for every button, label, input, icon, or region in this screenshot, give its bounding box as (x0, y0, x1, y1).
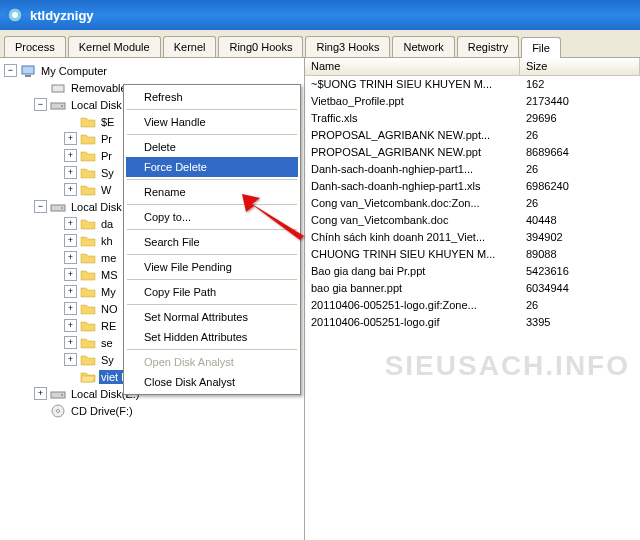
file-row[interactable]: Cong van_Vietcombank.doc40448 (305, 212, 640, 229)
separator (127, 349, 297, 350)
folder-icon (80, 131, 96, 147)
svg-point-10 (61, 394, 63, 396)
file-name: PROPOSAL_AGRIBANK NEW.ppt (305, 144, 520, 161)
tab-ring3-hooks[interactable]: Ring3 Hooks (305, 36, 390, 57)
expander[interactable]: − (4, 64, 17, 77)
tab-network[interactable]: Network (392, 36, 454, 57)
file-size: 26 (520, 127, 640, 144)
svg-point-12 (57, 409, 60, 412)
file-row[interactable]: Vietbao_Profile.ppt2173440 (305, 93, 640, 110)
file-name: 20110406-005251-logo.gif (305, 314, 520, 331)
file-size: 26 (520, 297, 640, 314)
tree-item[interactable]: MS (99, 268, 120, 282)
expander[interactable]: + (64, 217, 77, 230)
ctx-rename[interactable]: Rename (126, 182, 298, 202)
ctx-set-hidden-attributes[interactable]: Set Hidden Attributes (126, 327, 298, 347)
expander[interactable]: + (64, 285, 77, 298)
file-name: Traffic.xls (305, 110, 520, 127)
file-row[interactable]: Danh-sach-doanh-nghiep-part1...26 (305, 161, 640, 178)
expander[interactable]: + (34, 387, 47, 400)
tree-item[interactable]: Sy (99, 353, 116, 367)
file-row[interactable]: Cong van_Vietcombank.doc:Zon...26 (305, 195, 640, 212)
tree-item[interactable]: da (99, 217, 115, 231)
tab-registry[interactable]: Registry (457, 36, 519, 57)
folder-icon (80, 250, 96, 266)
tree-root[interactable]: My Computer (39, 64, 109, 78)
ctx-close-disk-analyst[interactable]: Close Disk Analyst (126, 372, 298, 392)
ctx-delete[interactable]: Delete (126, 137, 298, 157)
svg-point-1 (12, 12, 18, 18)
file-row[interactable]: PROPOSAL_AGRIBANK NEW.ppt8689664 (305, 144, 640, 161)
tree-item[interactable]: $E (99, 115, 116, 129)
column-size[interactable]: Size (520, 58, 640, 75)
expander[interactable]: + (64, 132, 77, 145)
file-name: CHUONG TRINH SIEU KHUYEN M... (305, 246, 520, 263)
ctx-copy-to[interactable]: Copy to... (126, 207, 298, 227)
tree-item[interactable]: Sy (99, 166, 116, 180)
ctx-set-normal-attributes[interactable]: Set Normal Attributes (126, 307, 298, 327)
file-row[interactable]: Chính sách kinh doanh 2011_Viet...394902 (305, 229, 640, 246)
expander[interactable]: + (64, 319, 77, 332)
tab-process[interactable]: Process (4, 36, 66, 57)
ctx-view-handle[interactable]: View Handle (126, 112, 298, 132)
file-row[interactable]: 20110406-005251-logo.gif:Zone...26 (305, 297, 640, 314)
tree-item[interactable]: se (99, 336, 115, 350)
file-size: 3395 (520, 314, 640, 331)
ctx-copy-file-path[interactable]: Copy File Path (126, 282, 298, 302)
ctx-refresh[interactable]: Refresh (126, 87, 298, 107)
ctx-view-file-pending[interactable]: View File Pending (126, 257, 298, 277)
tab-bar: Process Kernel Module Kernel Ring0 Hooks… (0, 30, 640, 58)
folder-icon (80, 284, 96, 300)
expander[interactable]: + (64, 251, 77, 264)
ctx-force-delete[interactable]: Force Delete (126, 157, 298, 177)
expander[interactable]: + (64, 302, 77, 315)
tree-item[interactable]: me (99, 251, 118, 265)
separator (127, 229, 297, 230)
tree-item[interactable]: CD Drive(F:) (69, 404, 135, 418)
expander[interactable]: + (64, 234, 77, 247)
file-list: Name Size ~$UONG TRINH SIEU KHUYEN M...1… (305, 58, 640, 540)
file-row[interactable]: Danh-sach-doanh-nghiep-part1.xls6986240 (305, 178, 640, 195)
tree-item[interactable]: Pr (99, 149, 114, 163)
file-row[interactable]: bao gia banner.ppt6034944 (305, 280, 640, 297)
file-size: 29696 (520, 110, 640, 127)
folder-open-icon (80, 369, 96, 385)
file-row[interactable]: CHUONG TRINH SIEU KHUYEN M...89088 (305, 246, 640, 263)
expander[interactable]: + (64, 353, 77, 366)
tree-item[interactable]: Pr (99, 132, 114, 146)
tab-ring0-hooks[interactable]: Ring0 Hooks (218, 36, 303, 57)
file-size: 6034944 (520, 280, 640, 297)
tree-item[interactable]: NO (99, 302, 120, 316)
ctx-open-disk-analyst[interactable]: Open Disk Analyst (126, 352, 298, 372)
tab-kernel[interactable]: Kernel (163, 36, 217, 57)
expander[interactable]: + (64, 336, 77, 349)
expander[interactable]: + (64, 268, 77, 281)
tree-item[interactable]: kh (99, 234, 115, 248)
separator (127, 109, 297, 110)
tree-item[interactable]: RE (99, 319, 118, 333)
tree-item[interactable]: W (99, 183, 113, 197)
file-name: Cong van_Vietcombank.doc:Zon... (305, 195, 520, 212)
file-row[interactable]: PROPOSAL_AGRIBANK NEW.ppt...26 (305, 127, 640, 144)
tab-file[interactable]: File (521, 37, 561, 58)
folder-icon (80, 335, 96, 351)
file-size: 26 (520, 161, 640, 178)
tab-kernel-module[interactable]: Kernel Module (68, 36, 161, 57)
separator (127, 134, 297, 135)
column-name[interactable]: Name (305, 58, 520, 75)
expander[interactable]: − (34, 98, 47, 111)
expander[interactable]: − (34, 200, 47, 213)
expander[interactable]: + (64, 183, 77, 196)
ctx-search-file[interactable]: Search File (126, 232, 298, 252)
tree-item[interactable]: Local Disk (69, 98, 124, 112)
file-row[interactable]: 20110406-005251-logo.gif3395 (305, 314, 640, 331)
folder-icon (80, 114, 96, 130)
folder-icon (80, 165, 96, 181)
file-row[interactable]: ~$UONG TRINH SIEU KHUYEN M...162 (305, 76, 640, 93)
tree-item[interactable]: Local Disk (69, 200, 124, 214)
tree-item[interactable]: My (99, 285, 118, 299)
expander[interactable]: + (64, 149, 77, 162)
file-row[interactable]: Traffic.xls29696 (305, 110, 640, 127)
file-row[interactable]: Bao gia dang bai Pr.ppt5423616 (305, 263, 640, 280)
expander[interactable]: + (64, 166, 77, 179)
